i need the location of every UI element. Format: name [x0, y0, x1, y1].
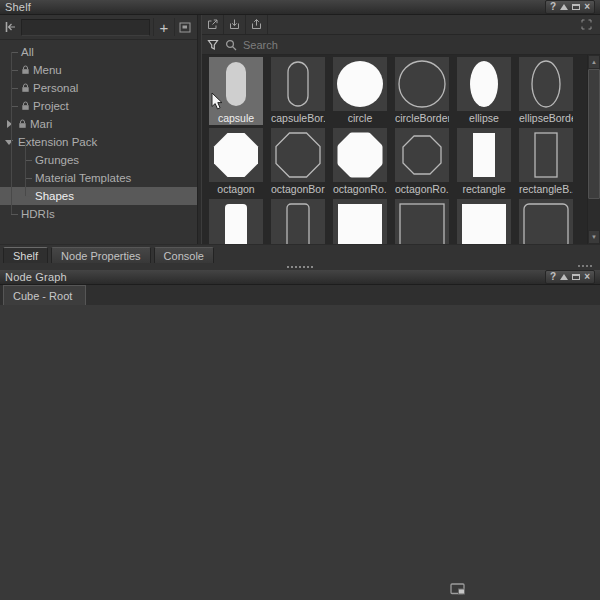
node-graph-canvas[interactable] — [0, 305, 600, 600]
close-button[interactable]: × — [584, 2, 590, 12]
ellipse-icon[interactable] — [519, 57, 573, 111]
tree-item-label: Material Templates — [35, 172, 131, 184]
tab-cube-root[interactable]: Cube - Root — [3, 285, 86, 305]
shelf-item-label: octagonBor... — [271, 183, 325, 196]
shelf-item-square-16[interactable] — [457, 199, 511, 244]
splitter-handle-icon[interactable] — [287, 266, 313, 268]
shelf-item-octagonbor[interactable]: octagonBor... — [271, 128, 325, 196]
capsule-icon[interactable] — [209, 57, 263, 111]
tab-node-properties[interactable]: Node Properties — [51, 247, 151, 263]
scrollbar-thumb[interactable] — [588, 69, 600, 199]
capsule-icon[interactable] — [271, 57, 325, 111]
help-button[interactable]: ? — [550, 272, 556, 282]
shelf-item-ellipseborder[interactable]: ellipseBorder — [519, 57, 573, 125]
square-icon[interactable] — [333, 199, 387, 244]
pin-board-icon[interactable] — [174, 18, 195, 36]
import-icon[interactable] — [224, 15, 246, 34]
rectangle-icon[interactable] — [457, 128, 511, 182]
square-icon[interactable] — [395, 199, 449, 244]
shelf-item-square-14[interactable] — [333, 199, 387, 244]
ellipse-icon[interactable] — [457, 57, 511, 111]
shelf-item-label: ellipse — [457, 112, 511, 125]
octagon-icon[interactable] — [271, 128, 325, 182]
tree-item-shapes[interactable]: Shapes — [0, 187, 197, 205]
tree-item-label: Project — [33, 100, 69, 112]
tree-item-material-templates[interactable]: Material Templates — [0, 169, 197, 187]
octagon-round-icon[interactable] — [333, 128, 387, 182]
lock-icon — [18, 119, 27, 129]
shelf-item-label: circleBorder — [395, 112, 449, 125]
shelf-item-label: octagon — [209, 183, 263, 196]
branch-line — [11, 70, 18, 71]
branch-line — [11, 52, 18, 53]
vertical-scrollbar[interactable]: ▲ ▼ — [587, 55, 600, 244]
collapse-left-icon[interactable] — [2, 18, 18, 36]
magnifier-icon — [225, 39, 237, 51]
detach-button[interactable] — [560, 274, 568, 280]
tree-item-mari[interactable]: Mari — [0, 115, 197, 133]
rectangle-round-icon[interactable] — [271, 199, 325, 244]
filter-icon[interactable] — [204, 39, 221, 51]
square-round-icon[interactable] — [519, 199, 573, 244]
tree-item-label: Menu — [33, 64, 62, 76]
node-graph-overview-icon[interactable] — [450, 582, 467, 600]
scrollbar-track[interactable] — [588, 69, 600, 230]
shelf-item-octagon[interactable]: octagon — [209, 128, 263, 196]
node-graph-panel: Node Graph ? × Cube - Root — [0, 270, 600, 600]
tree-item-personal[interactable]: Personal — [0, 79, 197, 97]
scroll-up-icon[interactable]: ▲ — [588, 55, 600, 69]
shelf-name-input[interactable] — [21, 19, 150, 36]
shelf-item-octagonro[interactable]: octagonRo... — [395, 128, 449, 196]
rectangle-icon[interactable] — [519, 128, 573, 182]
shelf-item-capsule[interactable]: capsule — [209, 57, 263, 125]
shelf-item-octagonro[interactable]: octagonRo... — [333, 128, 387, 196]
node-graph-tabrow: Cube - Root — [0, 285, 600, 305]
tree-item-project[interactable]: Project — [0, 97, 197, 115]
tree-item-extension-pack[interactable]: Extension Pack — [0, 133, 197, 151]
float-button[interactable] — [572, 274, 580, 280]
add-shelf-button[interactable]: + — [153, 18, 174, 36]
shelf-item-rectangle-round-12[interactable] — [209, 199, 263, 244]
tree-item-label: Personal — [33, 82, 78, 94]
tree-item-label: All — [21, 46, 34, 58]
tree-item-grunges[interactable]: Grunges — [0, 151, 197, 169]
detach-button[interactable] — [560, 4, 568, 10]
branch-line — [11, 106, 18, 107]
shelf-titlebar: Shelf ? × — [0, 0, 600, 15]
shelf-item-label: circle — [333, 112, 387, 125]
tab-shelf[interactable]: Shelf — [3, 247, 48, 263]
shelf-item-ellipse[interactable]: ellipse — [457, 57, 511, 125]
circle-icon[interactable] — [395, 57, 449, 111]
help-button[interactable]: ? — [550, 2, 556, 12]
float-button[interactable] — [572, 4, 580, 10]
tree-item-all[interactable]: All — [0, 43, 197, 61]
shelf-item-circleborder[interactable]: circleBorder — [395, 57, 449, 125]
tab-console[interactable]: Console — [154, 247, 214, 263]
square-icon[interactable] — [457, 199, 511, 244]
shelf-item-square-round-17[interactable] — [519, 199, 573, 244]
tree-item-menu[interactable]: Menu — [0, 61, 197, 79]
pop-out-icon[interactable] — [202, 15, 224, 34]
search-input[interactable] — [241, 38, 598, 52]
octagon-icon[interactable] — [209, 128, 263, 182]
shelf-item-label: octagonRo... — [333, 183, 387, 196]
branch-line — [25, 178, 32, 179]
expand-icon[interactable] — [575, 15, 597, 34]
circle-icon[interactable] — [333, 57, 387, 111]
export-icon[interactable] — [246, 15, 268, 34]
shelf-item-rectangleb[interactable]: rectangleB... — [519, 128, 573, 196]
shelf-item-square-15[interactable] — [395, 199, 449, 244]
shelf-item-circle[interactable]: circle — [333, 57, 387, 125]
octagon-round-icon[interactable] — [395, 128, 449, 182]
rectangle-round-icon[interactable] — [209, 199, 263, 244]
shelf-tree-toolbar: + — [0, 15, 197, 40]
close-button[interactable]: × — [584, 272, 590, 282]
shelf-item-capsulebor[interactable]: capsuleBor... — [271, 57, 325, 125]
shelf-panel: Shelf ? × + — [0, 0, 600, 263]
shelf-item-rectangle[interactable]: rectangle — [457, 128, 511, 196]
horizontal-splitter[interactable] — [0, 263, 600, 270]
tree-item-hdris[interactable]: HDRIs — [0, 205, 197, 223]
scroll-down-icon[interactable]: ▼ — [588, 230, 600, 244]
shelf-item-rectangle-round-13[interactable] — [271, 199, 325, 244]
splitter-corner-icon[interactable] — [578, 265, 592, 267]
